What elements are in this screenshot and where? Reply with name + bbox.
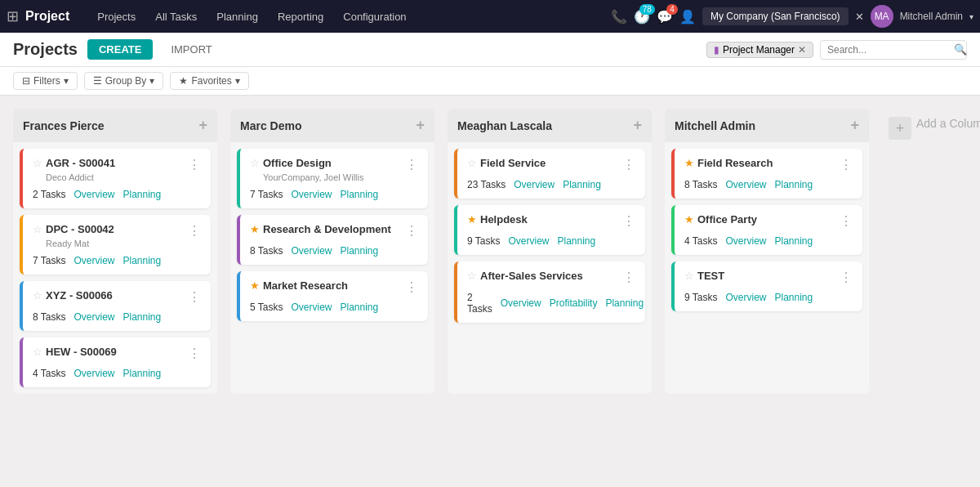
- card-star[interactable]: ☆: [250, 157, 260, 169]
- card-link-planning[interactable]: Planning: [774, 179, 813, 190]
- nav-reporting[interactable]: Reporting: [270, 7, 332, 26]
- import-button[interactable]: IMPORT: [163, 39, 220, 60]
- card-link-planning[interactable]: Planning: [122, 368, 161, 379]
- card-link-overview[interactable]: Overview: [508, 235, 549, 247]
- col-header-col-mitchell: Mitchell Admin+: [665, 109, 869, 142]
- star-icon: ★: [179, 75, 188, 87]
- kanban-col-col-mitchell: Mitchell Admin+ ★ Field Research ⋮ 8 Tas…: [665, 109, 869, 394]
- card-more-icon[interactable]: ⋮: [405, 279, 418, 295]
- user-chevron[interactable]: ▾: [969, 12, 973, 21]
- card-after-sales: ☆ After-Sales Services ⋮ 2 TasksOverview…: [454, 261, 645, 323]
- card-more-icon[interactable]: ⋮: [622, 157, 635, 172]
- card-top: ☆ Field Service ⋮: [467, 157, 635, 172]
- card-link-planning[interactable]: Planning: [340, 245, 378, 257]
- create-button[interactable]: CREATE: [87, 39, 153, 60]
- card-star[interactable]: ☆: [33, 223, 42, 235]
- card-star[interactable]: ★: [684, 213, 694, 226]
- card-link-planning[interactable]: Planning: [605, 297, 644, 309]
- card-link-planning[interactable]: Planning: [122, 255, 161, 266]
- card-more-icon[interactable]: ⋮: [840, 157, 853, 172]
- card-link-overview[interactable]: Overview: [291, 302, 332, 313]
- top-nav: ⊞ Project Projects All Tasks Planning Re…: [0, 0, 980, 33]
- col-add-icon[interactable]: +: [416, 117, 425, 134]
- card-info: Field Service: [480, 157, 622, 171]
- card-link-overview[interactable]: Overview: [501, 297, 541, 309]
- card-link-planning[interactable]: Planning: [122, 189, 161, 200]
- card-link-planning[interactable]: Planning: [774, 235, 813, 247]
- card-link-planning[interactable]: Planning: [340, 302, 378, 313]
- add-column[interactable]: + Add a Column: [882, 109, 980, 394]
- card-star[interactable]: ☆: [33, 157, 42, 169]
- card-star[interactable]: ☆: [33, 346, 42, 358]
- card-field-research: ★ Field Research ⋮ 8 TasksOverviewPlanni…: [671, 149, 862, 199]
- clock-icon[interactable]: 🕐 78: [634, 9, 650, 25]
- card-star[interactable]: ☆: [684, 270, 694, 282]
- card-star[interactable]: ★: [467, 213, 477, 226]
- app-title: Project: [25, 9, 69, 24]
- filters-button[interactable]: ⊟ Filters ▾: [13, 72, 78, 90]
- card-more-icon[interactable]: ⋮: [188, 289, 201, 305]
- card-more-icon[interactable]: ⋮: [622, 270, 635, 285]
- card-footer: 4 TasksOverviewPlanning: [684, 235, 853, 247]
- card-more-icon[interactable]: ⋮: [840, 270, 853, 285]
- card-more-icon[interactable]: ⋮: [840, 213, 853, 229]
- phone-icon[interactable]: 📞: [611, 9, 627, 25]
- card-more-icon[interactable]: ⋮: [188, 223, 201, 239]
- card-info: Field Research: [697, 157, 840, 171]
- card-more-icon[interactable]: ⋮: [405, 223, 418, 239]
- nav-all-tasks[interactable]: All Tasks: [147, 7, 205, 26]
- card-more-icon[interactable]: ⋮: [188, 157, 201, 172]
- search-icon[interactable]: 🔍: [954, 43, 967, 56]
- card-star[interactable]: ☆: [467, 270, 477, 282]
- card-more-icon[interactable]: ⋮: [622, 213, 635, 229]
- card-link-overview[interactable]: Overview: [725, 179, 766, 190]
- card-link-overview[interactable]: Overview: [291, 189, 332, 200]
- card-star[interactable]: ☆: [33, 289, 42, 302]
- kanban-cards-col-marc: ☆ Office Design YourCompany, Joel Willis…: [230, 142, 434, 394]
- card-link-overview[interactable]: Overview: [74, 368, 114, 379]
- card-link-planning[interactable]: Planning: [563, 179, 601, 190]
- nav-projects[interactable]: Projects: [89, 7, 144, 26]
- card-link-planning[interactable]: Planning: [122, 311, 161, 323]
- card-link-planning[interactable]: Planning: [340, 189, 378, 200]
- card-link-overview[interactable]: Overview: [74, 255, 114, 266]
- grid-icon[interactable]: ⊞: [7, 7, 19, 25]
- close-icon[interactable]: ✕: [855, 11, 864, 23]
- card-task-count: 8 Tasks: [684, 179, 717, 190]
- card-title: Market Research: [263, 279, 405, 293]
- favorites-chevron: ▾: [235, 75, 240, 87]
- col-add-icon[interactable]: +: [633, 117, 642, 134]
- col-add-icon[interactable]: +: [198, 117, 207, 134]
- card-link-overview[interactable]: Overview: [514, 179, 555, 190]
- nav-configuration[interactable]: Configuration: [335, 7, 414, 26]
- card-title: AGR - S00041: [46, 157, 188, 171]
- col-title: Meaghan Lascala: [457, 119, 552, 132]
- card-star[interactable]: ★: [684, 157, 694, 169]
- company-selector[interactable]: My Company (San Francisco): [702, 7, 849, 25]
- user-name[interactable]: Mitchell Admin: [900, 11, 963, 22]
- card-link-planning[interactable]: Planning: [557, 235, 595, 247]
- add-column-label: Add a Column: [916, 117, 980, 130]
- search-input[interactable]: [820, 40, 967, 60]
- card-link-profitability[interactable]: Profitability: [550, 297, 598, 309]
- filter-tag-label: Project Manager: [723, 44, 795, 56]
- card-more-icon[interactable]: ⋮: [188, 346, 201, 361]
- favorites-button[interactable]: ★ Favorites ▾: [170, 72, 248, 90]
- card-link-planning[interactable]: Planning: [774, 292, 813, 303]
- card-star[interactable]: ★: [250, 279, 260, 292]
- col-add-icon[interactable]: +: [850, 117, 859, 134]
- card-link-overview[interactable]: Overview: [725, 235, 766, 247]
- chat-icon[interactable]: 💬 4: [657, 9, 673, 25]
- nav-planning[interactable]: Planning: [208, 7, 266, 26]
- card-link-overview[interactable]: Overview: [74, 189, 114, 200]
- card-link-overview[interactable]: Overview: [725, 292, 766, 303]
- card-star[interactable]: ★: [250, 223, 260, 235]
- card-info: Office Design YourCompany, Joel Willis: [263, 157, 405, 182]
- filter-tag-close[interactable]: ✕: [798, 44, 806, 56]
- card-link-overview[interactable]: Overview: [291, 245, 332, 257]
- card-star[interactable]: ☆: [467, 157, 477, 169]
- user-icon[interactable]: 👤: [679, 9, 696, 25]
- groupby-button[interactable]: ☰ Group By ▾: [84, 72, 164, 90]
- card-more-icon[interactable]: ⋮: [405, 157, 418, 172]
- card-link-overview[interactable]: Overview: [74, 311, 114, 323]
